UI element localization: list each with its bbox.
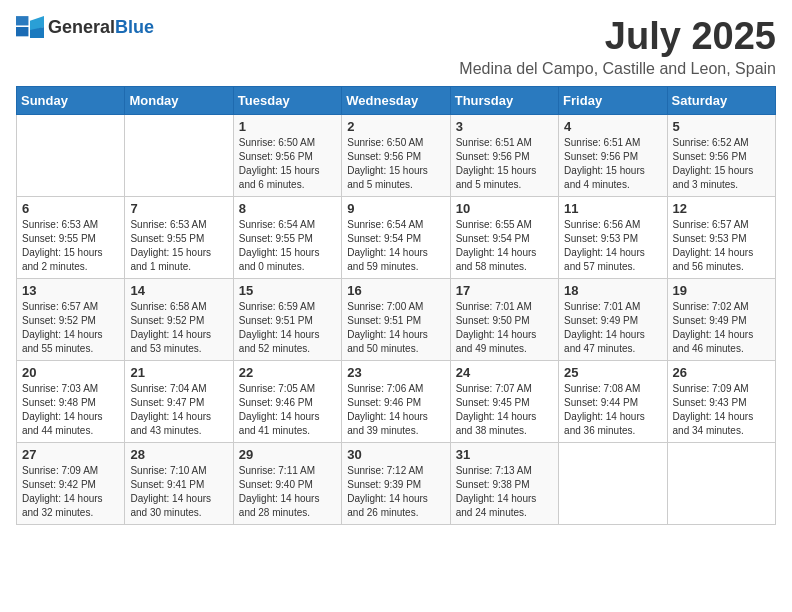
calendar-week-row: 20Sunrise: 7:03 AMSunset: 9:48 PMDayligh… (17, 360, 776, 442)
weekday-header: Tuesday (233, 86, 341, 114)
day-number: 20 (22, 365, 119, 380)
calendar-week-row: 1Sunrise: 6:50 AMSunset: 9:56 PMDaylight… (17, 114, 776, 196)
day-number: 22 (239, 365, 336, 380)
cell-info: Sunrise: 6:53 AMSunset: 9:55 PMDaylight:… (22, 218, 119, 274)
day-number: 21 (130, 365, 227, 380)
page-header: GeneralBlue July 2025 Medina del Campo, … (16, 16, 776, 78)
day-number: 15 (239, 283, 336, 298)
calendar-cell: 12Sunrise: 6:57 AMSunset: 9:53 PMDayligh… (667, 196, 775, 278)
cell-info: Sunrise: 6:52 AMSunset: 9:56 PMDaylight:… (673, 136, 770, 192)
cell-info: Sunrise: 7:03 AMSunset: 9:48 PMDaylight:… (22, 382, 119, 438)
calendar-cell: 18Sunrise: 7:01 AMSunset: 9:49 PMDayligh… (559, 278, 667, 360)
cell-info: Sunrise: 6:58 AMSunset: 9:52 PMDaylight:… (130, 300, 227, 356)
calendar-cell: 22Sunrise: 7:05 AMSunset: 9:46 PMDayligh… (233, 360, 341, 442)
calendar-cell: 1Sunrise: 6:50 AMSunset: 9:56 PMDaylight… (233, 114, 341, 196)
cell-info: Sunrise: 6:50 AMSunset: 9:56 PMDaylight:… (347, 136, 444, 192)
day-number: 26 (673, 365, 770, 380)
day-number: 31 (456, 447, 553, 462)
cell-info: Sunrise: 7:05 AMSunset: 9:46 PMDaylight:… (239, 382, 336, 438)
cell-info: Sunrise: 7:10 AMSunset: 9:41 PMDaylight:… (130, 464, 227, 520)
cell-info: Sunrise: 7:07 AMSunset: 9:45 PMDaylight:… (456, 382, 553, 438)
day-number: 27 (22, 447, 119, 462)
weekday-row: SundayMondayTuesdayWednesdayThursdayFrid… (17, 86, 776, 114)
calendar-cell: 17Sunrise: 7:01 AMSunset: 9:50 PMDayligh… (450, 278, 558, 360)
calendar-cell: 16Sunrise: 7:00 AMSunset: 9:51 PMDayligh… (342, 278, 450, 360)
day-number: 8 (239, 201, 336, 216)
cell-info: Sunrise: 6:56 AMSunset: 9:53 PMDaylight:… (564, 218, 661, 274)
cell-info: Sunrise: 7:00 AMSunset: 9:51 PMDaylight:… (347, 300, 444, 356)
cell-info: Sunrise: 7:08 AMSunset: 9:44 PMDaylight:… (564, 382, 661, 438)
calendar-cell (17, 114, 125, 196)
cell-info: Sunrise: 6:55 AMSunset: 9:54 PMDaylight:… (456, 218, 553, 274)
calendar-cell: 19Sunrise: 7:02 AMSunset: 9:49 PMDayligh… (667, 278, 775, 360)
calendar-cell: 2Sunrise: 6:50 AMSunset: 9:56 PMDaylight… (342, 114, 450, 196)
logo-text: GeneralBlue (48, 17, 154, 38)
svg-rect-1 (16, 27, 28, 36)
day-number: 1 (239, 119, 336, 134)
weekday-header: Thursday (450, 86, 558, 114)
svg-rect-0 (16, 16, 28, 25)
calendar-cell (559, 442, 667, 524)
calendar-cell: 27Sunrise: 7:09 AMSunset: 9:42 PMDayligh… (17, 442, 125, 524)
cell-info: Sunrise: 7:12 AMSunset: 9:39 PMDaylight:… (347, 464, 444, 520)
cell-info: Sunrise: 6:53 AMSunset: 9:55 PMDaylight:… (130, 218, 227, 274)
logo: GeneralBlue (16, 16, 154, 38)
day-number: 9 (347, 201, 444, 216)
cell-info: Sunrise: 7:09 AMSunset: 9:43 PMDaylight:… (673, 382, 770, 438)
day-number: 17 (456, 283, 553, 298)
month-year-title: July 2025 (459, 16, 776, 58)
calendar-cell: 23Sunrise: 7:06 AMSunset: 9:46 PMDayligh… (342, 360, 450, 442)
calendar-cell: 6Sunrise: 6:53 AMSunset: 9:55 PMDaylight… (17, 196, 125, 278)
calendar-week-row: 13Sunrise: 6:57 AMSunset: 9:52 PMDayligh… (17, 278, 776, 360)
logo-blue: Blue (115, 17, 154, 37)
day-number: 30 (347, 447, 444, 462)
day-number: 6 (22, 201, 119, 216)
day-number: 23 (347, 365, 444, 380)
day-number: 3 (456, 119, 553, 134)
cell-info: Sunrise: 6:57 AMSunset: 9:53 PMDaylight:… (673, 218, 770, 274)
calendar-cell: 30Sunrise: 7:12 AMSunset: 9:39 PMDayligh… (342, 442, 450, 524)
calendar-cell: 15Sunrise: 6:59 AMSunset: 9:51 PMDayligh… (233, 278, 341, 360)
logo-general: General (48, 17, 115, 37)
weekday-header: Wednesday (342, 86, 450, 114)
cell-info: Sunrise: 7:02 AMSunset: 9:49 PMDaylight:… (673, 300, 770, 356)
day-number: 5 (673, 119, 770, 134)
day-number: 13 (22, 283, 119, 298)
day-number: 18 (564, 283, 661, 298)
cell-info: Sunrise: 7:06 AMSunset: 9:46 PMDaylight:… (347, 382, 444, 438)
day-number: 29 (239, 447, 336, 462)
calendar-cell: 4Sunrise: 6:51 AMSunset: 9:56 PMDaylight… (559, 114, 667, 196)
weekday-header: Sunday (17, 86, 125, 114)
cell-info: Sunrise: 6:51 AMSunset: 9:56 PMDaylight:… (564, 136, 661, 192)
day-number: 19 (673, 283, 770, 298)
calendar-cell: 7Sunrise: 6:53 AMSunset: 9:55 PMDaylight… (125, 196, 233, 278)
cell-info: Sunrise: 7:09 AMSunset: 9:42 PMDaylight:… (22, 464, 119, 520)
calendar-cell: 3Sunrise: 6:51 AMSunset: 9:56 PMDaylight… (450, 114, 558, 196)
cell-info: Sunrise: 6:54 AMSunset: 9:55 PMDaylight:… (239, 218, 336, 274)
location-subtitle: Medina del Campo, Castille and Leon, Spa… (459, 60, 776, 78)
cell-info: Sunrise: 7:01 AMSunset: 9:49 PMDaylight:… (564, 300, 661, 356)
weekday-header: Friday (559, 86, 667, 114)
logo-icon (16, 16, 44, 38)
calendar-cell (667, 442, 775, 524)
cell-info: Sunrise: 7:13 AMSunset: 9:38 PMDaylight:… (456, 464, 553, 520)
cell-info: Sunrise: 7:01 AMSunset: 9:50 PMDaylight:… (456, 300, 553, 356)
day-number: 12 (673, 201, 770, 216)
calendar-week-row: 27Sunrise: 7:09 AMSunset: 9:42 PMDayligh… (17, 442, 776, 524)
weekday-header: Monday (125, 86, 233, 114)
calendar-cell: 14Sunrise: 6:58 AMSunset: 9:52 PMDayligh… (125, 278, 233, 360)
cell-info: Sunrise: 6:59 AMSunset: 9:51 PMDaylight:… (239, 300, 336, 356)
calendar-cell: 21Sunrise: 7:04 AMSunset: 9:47 PMDayligh… (125, 360, 233, 442)
day-number: 10 (456, 201, 553, 216)
calendar-cell: 13Sunrise: 6:57 AMSunset: 9:52 PMDayligh… (17, 278, 125, 360)
calendar-cell: 5Sunrise: 6:52 AMSunset: 9:56 PMDaylight… (667, 114, 775, 196)
calendar-cell: 25Sunrise: 7:08 AMSunset: 9:44 PMDayligh… (559, 360, 667, 442)
calendar-cell: 29Sunrise: 7:11 AMSunset: 9:40 PMDayligh… (233, 442, 341, 524)
calendar-cell: 31Sunrise: 7:13 AMSunset: 9:38 PMDayligh… (450, 442, 558, 524)
cell-info: Sunrise: 6:57 AMSunset: 9:52 PMDaylight:… (22, 300, 119, 356)
day-number: 16 (347, 283, 444, 298)
calendar-cell: 28Sunrise: 7:10 AMSunset: 9:41 PMDayligh… (125, 442, 233, 524)
cell-info: Sunrise: 6:51 AMSunset: 9:56 PMDaylight:… (456, 136, 553, 192)
day-number: 7 (130, 201, 227, 216)
cell-info: Sunrise: 7:11 AMSunset: 9:40 PMDaylight:… (239, 464, 336, 520)
